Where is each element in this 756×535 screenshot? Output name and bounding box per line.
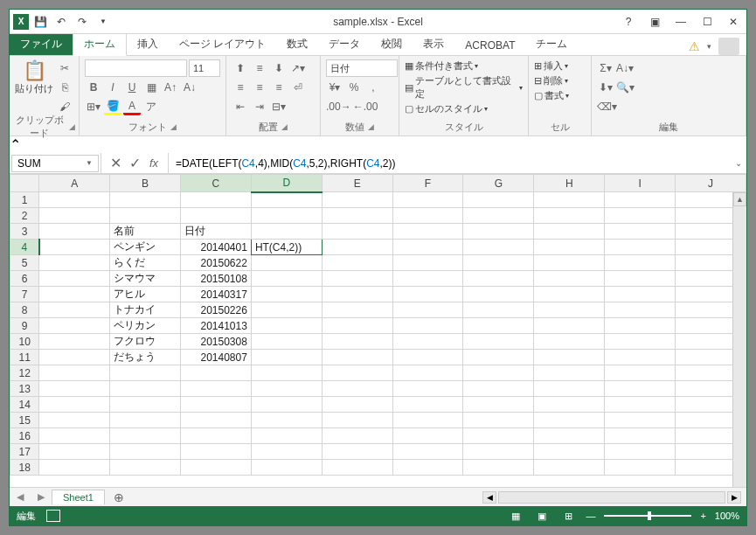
cell-F11[interactable] [392, 350, 463, 365]
cell-I13[interactable] [605, 381, 676, 397]
cell-H7[interactable] [534, 287, 605, 302]
sheet-nav-next[interactable]: ▶ [31, 491, 52, 503]
cell-E5[interactable] [322, 255, 392, 271]
cell-H9[interactable] [534, 318, 605, 334]
cell-C10[interactable]: 20150308 [181, 334, 252, 350]
cell-I5[interactable] [605, 255, 676, 271]
cell-D16[interactable] [251, 428, 322, 444]
cell-D4[interactable]: HT(C4,2)) [251, 240, 322, 255]
cell-E9[interactable] [322, 318, 392, 334]
cell-F12[interactable] [392, 365, 463, 381]
grid[interactable]: ABCDEFGHIJ123名前日付4ペンギン20140401HT(C4,2))5… [10, 174, 746, 487]
cell-F2[interactable] [392, 208, 463, 224]
cell-B9[interactable]: ペリカン [110, 318, 181, 334]
zoom-out-button[interactable]: — [586, 511, 595, 521]
cell-G8[interactable] [463, 302, 534, 318]
cell-D10[interactable] [251, 334, 322, 350]
cell-G7[interactable] [463, 287, 534, 302]
cell-E4[interactable] [322, 240, 392, 255]
cell-F3[interactable] [392, 224, 463, 240]
cell-I7[interactable] [605, 287, 676, 302]
cell-F6[interactable] [392, 271, 463, 287]
cell-D18[interactable] [251, 460, 322, 476]
cell-A9[interactable] [39, 318, 110, 334]
cell-E6[interactable] [322, 271, 392, 287]
row-header-3[interactable]: 3 [10, 224, 39, 240]
cell-H3[interactable] [534, 224, 605, 240]
row-header-17[interactable]: 17 [10, 444, 39, 460]
zoom-slider[interactable] [604, 515, 691, 517]
cell-C12[interactable] [181, 365, 252, 381]
cell-A14[interactable] [39, 397, 110, 413]
cell-H8[interactable] [534, 302, 605, 318]
merge-button[interactable]: ⊟▾ [270, 98, 288, 115]
cell-C4[interactable]: 20140401 [181, 240, 252, 255]
cell-G18[interactable] [463, 460, 534, 476]
cell-B14[interactable] [110, 397, 181, 413]
tab-review[interactable]: 校閲 [371, 33, 413, 55]
cell-A5[interactable] [39, 255, 110, 271]
delete-cells-button[interactable]: ⊟削除▾ [534, 74, 569, 87]
cell-E2[interactable] [322, 208, 392, 224]
italic-button[interactable]: I [104, 79, 121, 96]
cell-I16[interactable] [605, 428, 676, 444]
cell-F16[interactable] [392, 428, 463, 444]
macro-record-button[interactable] [46, 510, 60, 522]
cell-I6[interactable] [605, 271, 676, 287]
tab-file[interactable]: ファイル [10, 33, 73, 55]
cell-A18[interactable] [39, 460, 110, 476]
increase-indent-button[interactable]: ⇥ [251, 98, 268, 115]
font-size-select[interactable]: 11 [189, 59, 220, 77]
underline-button[interactable]: U [123, 79, 141, 96]
clear-button[interactable]: ⌫▾ [597, 98, 617, 115]
close-button[interactable]: ✕ [720, 12, 746, 31]
select-all-corner[interactable] [10, 175, 39, 192]
cell-D11[interactable] [251, 350, 322, 365]
cell-G3[interactable] [463, 224, 534, 240]
cell-B11[interactable]: だちょう [110, 350, 181, 365]
cell-I9[interactable] [605, 318, 676, 334]
cell-E3[interactable] [322, 224, 392, 240]
cell-I18[interactable] [605, 460, 676, 476]
decrease-indent-button[interactable]: ⇤ [232, 98, 249, 115]
cell-G4[interactable] [463, 240, 534, 255]
cell-C6[interactable]: 20150108 [181, 271, 252, 287]
cell-F8[interactable] [392, 302, 463, 318]
cell-C3[interactable]: 日付 [181, 224, 252, 240]
cell-F14[interactable] [392, 397, 463, 413]
cell-F13[interactable] [392, 381, 463, 397]
cell-B10[interactable]: フクロウ [110, 334, 181, 350]
cell-C18[interactable] [181, 460, 252, 476]
cell-C1[interactable] [181, 192, 252, 208]
cell-B15[interactable] [110, 413, 181, 428]
cell-F9[interactable] [392, 318, 463, 334]
cell-B12[interactable] [110, 365, 181, 381]
row-header-9[interactable]: 9 [10, 318, 39, 334]
align-top-button[interactable]: ⬆ [232, 59, 249, 77]
paste-button[interactable]: 📋 貼り付け [15, 59, 53, 95]
name-box[interactable]: SUM ▼ [11, 155, 99, 172]
row-header-18[interactable]: 18 [10, 460, 39, 476]
cell-D3[interactable] [251, 224, 322, 240]
hscroll-left-button[interactable]: ◀ [482, 491, 496, 504]
cell-A1[interactable] [39, 192, 110, 208]
help-button[interactable]: ? [615, 12, 642, 31]
cell-C9[interactable]: 20141013 [181, 318, 252, 334]
cell-I10[interactable] [605, 334, 676, 350]
cell-D14[interactable] [251, 397, 322, 413]
cell-E10[interactable] [322, 334, 392, 350]
redo-button[interactable]: ↷ [73, 12, 92, 31]
tab-team[interactable]: チーム [525, 33, 578, 55]
cell-A10[interactable] [39, 334, 110, 350]
cell-H12[interactable] [534, 365, 605, 381]
cell-styles-button[interactable]: ▢セルのスタイル▾ [405, 102, 523, 115]
cell-D1[interactable] [251, 192, 322, 208]
page-layout-view-button[interactable]: ▣ [533, 511, 551, 522]
align-bottom-button[interactable]: ⬇ [270, 59, 288, 77]
sheet-nav-prev[interactable]: ◀ [10, 491, 31, 503]
cell-I3[interactable] [605, 224, 676, 240]
column-header-J[interactable]: J [676, 175, 746, 192]
cell-G11[interactable] [463, 350, 534, 365]
cell-H17[interactable] [534, 444, 605, 460]
cell-A12[interactable] [39, 365, 110, 381]
